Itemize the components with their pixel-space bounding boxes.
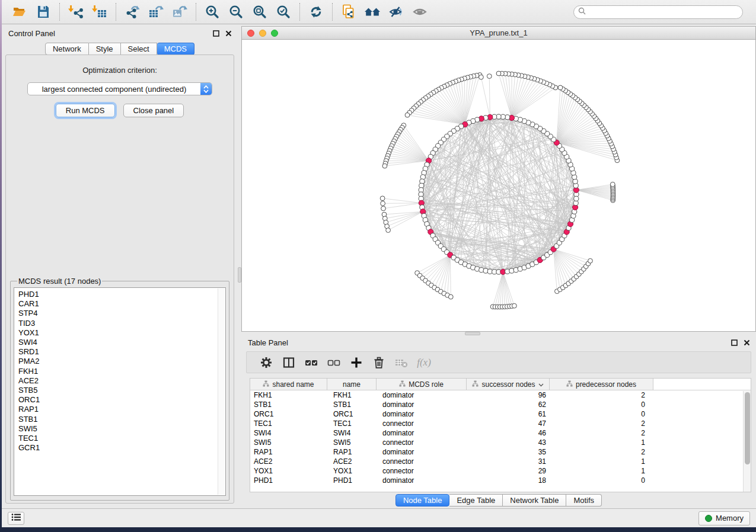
- search-field[interactable]: [573, 5, 743, 19]
- show-column-icon[interactable]: [277, 354, 300, 371]
- table-row[interactable]: FKH1FKH1dominator962: [250, 390, 751, 400]
- graph-node[interactable]: [487, 74, 492, 79]
- network-canvas[interactable]: [242, 40, 755, 331]
- mcds-result-item[interactable]: TEC1: [18, 434, 217, 443]
- share-network-icon[interactable]: [338, 2, 359, 22]
- tab-select[interactable]: Select: [121, 43, 157, 55]
- mcds-result-item[interactable]: YOX1: [18, 328, 217, 338]
- column-header-name[interactable]: name: [327, 379, 377, 390]
- deselect-all-icon[interactable]: [323, 354, 345, 371]
- graph-node[interactable]: [380, 196, 385, 201]
- column-header-shared-name[interactable]: shared name: [250, 379, 327, 390]
- graph-node[interactable]: [405, 113, 410, 117]
- mcds-result-item[interactable]: STB1: [18, 415, 217, 424]
- optimization-criterion-select[interactable]: largest connected component (undirected): [27, 82, 212, 95]
- column-header-successor-nodes[interactable]: successor nodes: [467, 379, 550, 390]
- graph-node[interactable]: [573, 179, 578, 184]
- graph-node[interactable]: [479, 75, 484, 79]
- vertical-split-divider[interactable]: [238, 26, 241, 508]
- mcds-list-scrollbar[interactable]: [218, 289, 225, 495]
- tab-network[interactable]: Network: [45, 43, 89, 55]
- graph-node[interactable]: [479, 268, 484, 273]
- zoom-fit-icon[interactable]: [249, 2, 270, 22]
- graph-node[interactable]: [610, 182, 615, 187]
- table-row[interactable]: ORC1ORC1dominator610: [250, 409, 751, 419]
- first-neighbors-icon[interactable]: [362, 2, 383, 22]
- tab-style[interactable]: Style: [89, 43, 121, 55]
- table-row[interactable]: PHD1PHD1dominator180: [250, 476, 751, 485]
- divider-grip[interactable]: [238, 267, 241, 283]
- mcds-result-item[interactable]: CAR1: [18, 299, 217, 309]
- mcds-result-item[interactable]: PHD1: [18, 290, 217, 299]
- mcds-result-item[interactable]: SRD1: [18, 347, 217, 357]
- graph-node[interactable]: [574, 196, 579, 201]
- mcds-result-item[interactable]: ORC1: [18, 395, 217, 405]
- close-panel-icon[interactable]: [743, 339, 750, 346]
- graph-node[interactable]: [382, 164, 387, 168]
- table-row[interactable]: STB1STB1dominator620: [250, 400, 751, 409]
- mcds-result-item[interactable]: GCR1: [18, 443, 217, 453]
- mcds-result-item[interactable]: SWI4: [18, 338, 217, 347]
- tab-network-table[interactable]: Network Table: [503, 494, 566, 507]
- close-panel-button[interactable]: Close panel: [123, 104, 184, 117]
- mcds-result-item[interactable]: TID3: [18, 319, 217, 328]
- export-image-icon[interactable]: [169, 2, 190, 22]
- zoom-in-icon[interactable]: [202, 2, 223, 22]
- mcds-result-item[interactable]: SWI5: [18, 424, 217, 434]
- column-header-predecessor-nodes[interactable]: predecessor nodes: [550, 379, 653, 390]
- delete-table-icon[interactable]: [390, 354, 413, 371]
- select-all-icon[interactable]: [300, 354, 323, 371]
- task-history-button[interactable]: [8, 512, 24, 525]
- open-file-icon[interactable]: [9, 2, 30, 22]
- tab-motifs[interactable]: Motifs: [566, 494, 602, 507]
- float-panel-icon[interactable]: [731, 339, 738, 346]
- window-minimize-icon[interactable]: [259, 30, 266, 37]
- horizontal-split-divider[interactable]: [241, 332, 756, 335]
- mcds-result-item[interactable]: ACE2: [18, 376, 217, 386]
- table-row[interactable]: TEC1TEC1connector472: [250, 419, 751, 428]
- column-header-mcds-role[interactable]: MCDS role: [377, 379, 467, 390]
- float-panel-icon[interactable]: [212, 30, 219, 37]
- table-row[interactable]: SWI5SWI5connector431: [250, 438, 751, 447]
- table-row[interactable]: ACE2ACE2connector311: [250, 457, 751, 466]
- tab-edge-table[interactable]: Edge Table: [449, 494, 503, 507]
- save-session-icon[interactable]: [33, 2, 54, 22]
- search-input[interactable]: [586, 8, 742, 16]
- run-mcds-button[interactable]: Run MCDS: [56, 104, 115, 117]
- zoom-out-icon[interactable]: [225, 2, 247, 22]
- tab-mcds[interactable]: MCDS: [157, 43, 194, 55]
- memory-button[interactable]: Memory: [698, 511, 750, 525]
- hide-selected-icon[interactable]: [385, 2, 407, 22]
- function-builder-icon[interactable]: f(x): [413, 354, 435, 371]
- table-row[interactable]: RAP1RAP1dominator352: [250, 447, 751, 457]
- divider-grip[interactable]: [465, 332, 480, 335]
- table-settings-icon[interactable]: [255, 354, 277, 371]
- mcds-result-item[interactable]: FKH1: [18, 367, 217, 376]
- window-close-icon[interactable]: [247, 30, 254, 37]
- graph-node[interactable]: [386, 228, 391, 233]
- graph-node[interactable]: [448, 294, 453, 299]
- table-row[interactable]: YOX1YOX1connector291: [250, 466, 751, 476]
- show-all-icon[interactable]: [409, 2, 430, 22]
- mcds-result-item[interactable]: STP4: [18, 309, 217, 318]
- mcds-result-item[interactable]: PMA2: [18, 357, 217, 366]
- graph-node[interactable]: [512, 303, 517, 308]
- window-maximize-icon[interactable]: [271, 30, 278, 37]
- import-table-icon[interactable]: [89, 2, 110, 22]
- graph-node[interactable]: [420, 175, 425, 180]
- zoom-selected-icon[interactable]: [273, 2, 294, 22]
- tab-node-table[interactable]: Node Table: [395, 494, 450, 507]
- graph-node[interactable]: [509, 268, 514, 273]
- table-row[interactable]: SWI4SWI4dominator462: [250, 428, 751, 438]
- graph-node[interactable]: [588, 258, 593, 263]
- graph-node[interactable]: [558, 85, 563, 90]
- mcds-result-item[interactable]: RAP1: [18, 405, 217, 414]
- graph-node[interactable]: [381, 201, 385, 206]
- graph-node[interactable]: [381, 206, 386, 211]
- refresh-icon[interactable]: [305, 2, 327, 22]
- table-scrollbar[interactable]: [743, 391, 751, 492]
- table-scrollbar-thumb[interactable]: [745, 392, 750, 464]
- mcds-result-item[interactable]: STB5: [18, 386, 217, 395]
- export-network-icon[interactable]: [122, 2, 143, 22]
- mcds-result-list[interactable]: PHD1CAR1STP4TID3YOX1SWI4SRD1PMA2FKH1ACE2…: [14, 287, 226, 496]
